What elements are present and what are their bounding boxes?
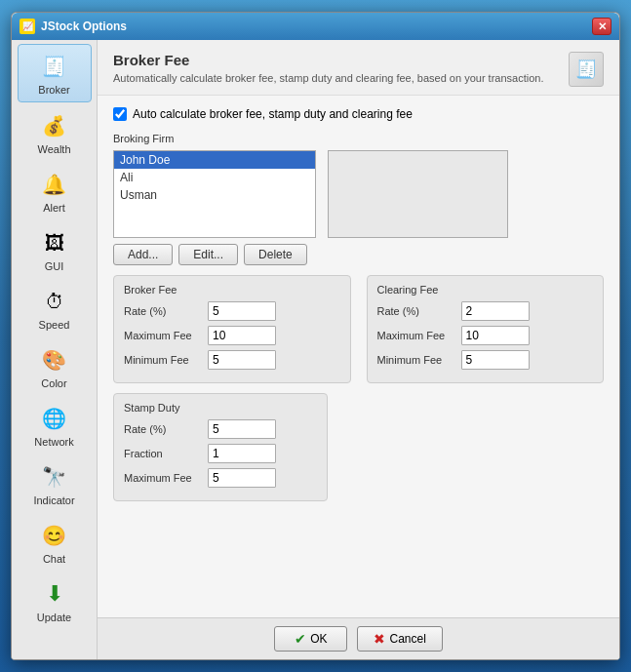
close-button[interactable]: ✕ (592, 18, 611, 35)
clearing-fee-title: Clearing Fee (377, 284, 594, 296)
broker-rate-row: Rate (%) (124, 301, 340, 321)
page-description: Automatically calculate broker fee, stam… (113, 72, 543, 84)
broker-icon: 🧾 (39, 51, 70, 82)
content-area: Auto calculate broker fee, stamp duty an… (98, 96, 619, 617)
stamp-max-label: Maximum Fee (124, 472, 202, 484)
clearing-rate-label: Rate (%) (377, 305, 455, 317)
clearing-min-row: Minimum Fee (377, 350, 594, 370)
firm-buttons: Add... Edit... Delete (113, 244, 604, 265)
clearing-max-input[interactable] (461, 326, 530, 345)
firm-item-ali[interactable]: Ali (114, 169, 315, 186)
sidebar-label-broker: Broker (38, 84, 69, 96)
broker-min-input[interactable] (208, 350, 276, 370)
clearing-min-input[interactable] (461, 350, 530, 370)
update-icon: ⬇ (39, 578, 70, 610)
broker-max-row: Maximum Fee (124, 326, 340, 345)
chat-icon: 😊 (39, 520, 70, 551)
stamp-fraction-input[interactable] (208, 444, 276, 463)
stamp-duty-title: Stamp Duty (124, 402, 317, 414)
sidebar-label-chat: Chat (43, 553, 65, 565)
sidebar-item-chat[interactable]: 😊 Chat (18, 514, 92, 571)
clearing-rate-row: Rate (%) (377, 301, 594, 321)
speed-icon: ⏱ (39, 286, 70, 317)
wealth-icon: 💰 (39, 110, 70, 141)
stamp-max-input[interactable] (208, 468, 276, 488)
stamp-fraction-label: Fraction (124, 448, 202, 459)
sidebar-item-gui[interactable]: 🖼 GUI (18, 221, 92, 278)
stamp-rate-row: Rate (%) (124, 419, 317, 439)
main-window: 📈 JStock Options ✕ 🧾 Broker 💰 Wealth 🔔 A… (11, 12, 620, 660)
sidebar-label-network: Network (34, 436, 73, 448)
broker-max-input[interactable] (208, 326, 276, 345)
sidebar-item-color[interactable]: 🎨 Color (18, 338, 92, 395)
clearing-fee-box: Clearing Fee Rate (%) Maximum Fee Minimu… (367, 275, 605, 383)
broking-firm-section: Broking Firm John Doe Ali Usman Add... E… (113, 133, 604, 265)
main-content: Broker Fee Automatically calculate broke… (98, 40, 619, 659)
broker-rate-label: Rate (%) (124, 305, 202, 317)
sidebar-label-gui: GUI (45, 260, 64, 272)
sidebar-item-network[interactable]: 🌐 Network (18, 397, 92, 454)
sidebar-item-broker[interactable]: 🧾 Broker (18, 44, 92, 102)
footer: ✔ OK ✖ Cancel (98, 617, 619, 659)
clearing-max-label: Maximum Fee (377, 330, 455, 341)
delete-button[interactable]: Delete (244, 244, 307, 265)
broker-max-label: Maximum Fee (124, 330, 202, 341)
sidebar-label-speed: Speed (39, 319, 70, 331)
broker-fee-title: Broker Fee (124, 284, 340, 296)
sidebar-label-alert: Alert (43, 202, 65, 214)
sidebar-item-indicator[interactable]: 🔭 Indicator (18, 455, 92, 512)
broker-min-row: Minimum Fee (124, 350, 340, 370)
clearing-max-row: Maximum Fee (377, 326, 594, 345)
firm-list[interactable]: John Doe Ali Usman (113, 150, 316, 238)
cancel-label: Cancel (389, 632, 425, 646)
auto-calculate-checkbox[interactable] (113, 107, 127, 121)
sidebar-label-update: Update (37, 612, 71, 623)
title-bar: 📈 JStock Options ✕ (12, 13, 619, 40)
add-button[interactable]: Add... (113, 244, 173, 265)
clearing-min-label: Minimum Fee (377, 354, 455, 366)
edit-button[interactable]: Edit... (178, 244, 238, 265)
ok-label: OK (310, 632, 327, 646)
ok-checkmark-icon: ✔ (295, 631, 306, 647)
window-title: JStock Options (41, 20, 127, 33)
auto-calculate-label: Auto calculate broker fee, stamp duty an… (133, 107, 413, 121)
gui-icon: 🖼 (39, 227, 70, 258)
header-icon: 🧾 (569, 52, 604, 87)
sidebar-item-update[interactable]: ⬇ Update (18, 573, 92, 629)
cancel-x-icon: ✖ (374, 631, 385, 647)
auto-calculate-row: Auto calculate broker fee, stamp duty an… (113, 107, 604, 121)
stamp-rate-input[interactable] (208, 419, 276, 439)
alert-icon: 🔔 (39, 169, 70, 200)
sidebar-label-wealth: Wealth (37, 143, 70, 155)
page-title: Broker Fee (113, 52, 543, 68)
firm-item-usman[interactable]: Usman (114, 186, 315, 204)
fee-sections: Broker Fee Rate (%) Maximum Fee Minimum … (113, 275, 604, 383)
app-icon: 📈 (20, 19, 35, 34)
cancel-button[interactable]: ✖ Cancel (357, 626, 442, 652)
stamp-max-row: Maximum Fee (124, 468, 317, 488)
stamp-fraction-row: Fraction (124, 444, 317, 463)
firm-preview (328, 150, 508, 238)
window-body: 🧾 Broker 💰 Wealth 🔔 Alert 🖼 GUI ⏱ Speed … (12, 40, 619, 659)
sidebar-item-speed[interactable]: ⏱ Speed (18, 280, 92, 336)
broker-min-label: Minimum Fee (124, 354, 202, 366)
sidebar-label-indicator: Indicator (33, 494, 74, 506)
broker-rate-input[interactable] (208, 301, 276, 321)
broking-firm-label: Broking Firm (113, 133, 604, 144)
sidebar-item-alert[interactable]: 🔔 Alert (18, 163, 92, 219)
stamp-rate-label: Rate (%) (124, 423, 202, 435)
header-section: Broker Fee Automatically calculate broke… (98, 40, 619, 96)
broker-fee-box: Broker Fee Rate (%) Maximum Fee Minimum … (113, 275, 351, 383)
firm-item-johndoe[interactable]: John Doe (114, 151, 315, 169)
ok-button[interactable]: ✔ OK (274, 626, 347, 652)
network-icon: 🌐 (39, 403, 70, 434)
sidebar-label-color: Color (41, 377, 66, 389)
clearing-rate-input[interactable] (461, 301, 530, 321)
color-icon: 🎨 (39, 344, 70, 376)
indicator-icon: 🔭 (39, 461, 70, 493)
stamp-duty-box: Stamp Duty Rate (%) Fraction Maximum Fee (113, 393, 328, 501)
sidebar: 🧾 Broker 💰 Wealth 🔔 Alert 🖼 GUI ⏱ Speed … (12, 40, 98, 659)
sidebar-item-wealth[interactable]: 💰 Wealth (18, 104, 92, 161)
